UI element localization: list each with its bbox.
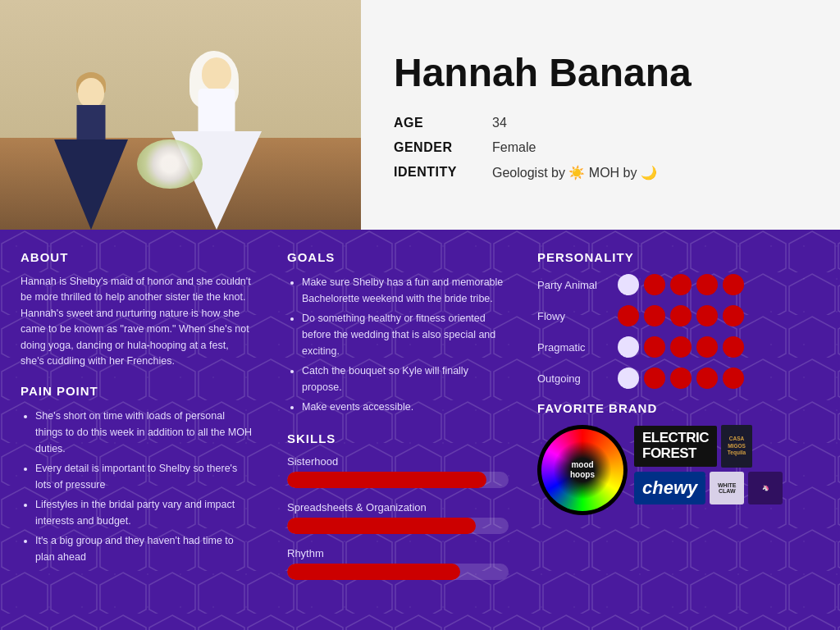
skill-label: Spreadsheets & Organization — [287, 501, 509, 514]
dot-filled — [644, 368, 665, 389]
trait-label: Flowy — [537, 310, 611, 322]
dots-container — [618, 274, 744, 295]
list-item: Catch the bouquet so Kyle will finally p… — [302, 363, 509, 395]
dot-filled — [723, 305, 744, 326]
favorite-brand-title: FAVORITE BRAND — [537, 401, 828, 415]
skill-bar-bg — [287, 564, 509, 580]
gender-row: GENDER Female — [394, 140, 807, 155]
list-item: Lifestyles in the bridal party vary and … — [35, 496, 254, 529]
skill-label: Rhythm — [287, 547, 509, 559]
skills-title: SKILLS — [287, 431, 509, 445]
dot-filled — [670, 368, 692, 389]
age-row: AGE 34 — [394, 116, 807, 130]
personality-outgoing: Outgoing — [537, 368, 828, 389]
info-table: AGE 34 GENDER Female IDENTITY Geologist … — [394, 116, 807, 180]
dots-container — [618, 336, 744, 358]
dots-container — [618, 305, 744, 326]
about-text: Hannah is Shelby's maid of honor and she… — [21, 274, 254, 369]
pain-point-title: PAIN POINT — [21, 384, 254, 398]
skill-label: Sisterhood — [287, 455, 509, 468]
trait-label: Party Animal — [537, 279, 611, 291]
middle-column: GOALS Make sure Shelby has a fun and mem… — [271, 230, 525, 630]
skill-spreadsheets: Spreadsheets & Organization — [287, 501, 509, 534]
brands-layout: moodhoops ELECTRIC FOREST CASAMIGOSTequi… — [537, 425, 828, 515]
dot-filled — [723, 368, 744, 389]
about-title: ABOUT — [21, 250, 254, 264]
dot-empty — [618, 368, 639, 389]
brand-moodhoops: moodhoops — [537, 425, 628, 515]
personality-title: PERSONALITY — [537, 250, 828, 264]
list-item: Every detail is important to Shelby so t… — [35, 460, 254, 493]
bride-figure — [171, 49, 262, 230]
dots-container — [618, 368, 744, 389]
pain-point-list: She's short on time with loads of person… — [21, 408, 254, 565]
brand-chewy: chewy — [634, 472, 705, 504]
skill-bar-fill — [287, 472, 486, 488]
moodhoops-inner: moodhoops — [541, 429, 623, 511]
skill-sisterhood: Sisterhood — [287, 455, 509, 488]
bottom-section: ABOUT Hannah is Shelby's maid of honor a… — [0, 230, 840, 630]
dot-filled — [644, 274, 665, 295]
identity-label: IDENTITY — [394, 165, 476, 180]
dot-filled — [644, 336, 665, 358]
brand-extra: 🦄 — [748, 472, 783, 504]
goals-title: GOALS — [287, 250, 509, 264]
identity-value: Geologist by ☀️ MOH by 🌙 — [492, 165, 657, 180]
list-item: It's a big group and they haven't had ti… — [35, 532, 254, 565]
moodhoops-text: moodhoops — [570, 460, 595, 480]
list-item: She's short on time with loads of person… — [35, 408, 254, 457]
skill-bar-fill — [287, 518, 476, 534]
flowers-decoration — [137, 139, 203, 189]
dot-empty — [618, 336, 639, 358]
dot-filled — [723, 274, 744, 295]
age-label: AGE — [394, 116, 476, 130]
skill-bar-bg — [287, 518, 509, 534]
skill-bar-fill — [287, 564, 460, 580]
dot-filled — [696, 274, 718, 295]
brands-right: ELECTRIC FOREST CASAMIGOSTequila chewy W… — [634, 425, 828, 504]
list-item: Make events accessible. — [302, 399, 509, 415]
bridesmaid-figure — [54, 66, 128, 230]
personality-pragmatic: Pragmatic — [537, 336, 828, 358]
personality-flowy: Flowy — [537, 305, 828, 326]
dot-filled — [696, 305, 718, 326]
personality-party-animal: Party Animal — [537, 274, 828, 295]
left-column: ABOUT Hannah is Shelby's maid of honor a… — [0, 230, 271, 630]
dot-filled — [618, 305, 639, 326]
right-column: PERSONALITY Party Animal Flowy Pragm — [525, 230, 840, 630]
list-item: Do something healthy or fitness oriented… — [302, 310, 509, 359]
dot-filled — [696, 336, 718, 358]
gender-label: GENDER — [394, 140, 476, 155]
brand-whiteclaw: WHITECLAW — [710, 472, 744, 504]
dot-filled — [696, 368, 718, 389]
identity-row: IDENTITY Geologist by ☀️ MOH by 🌙 — [394, 165, 807, 180]
dot-filled — [723, 336, 744, 358]
trait-label: Outgoing — [537, 372, 611, 385]
skill-rhythm: Rhythm — [287, 547, 509, 580]
person-name: Hannah Banana — [394, 50, 807, 95]
list-item: Make sure Shelby has a fun and memorable… — [302, 274, 509, 307]
top-section: Hannah Banana AGE 34 GENDER Female IDENT… — [0, 0, 840, 230]
gender-value: Female — [492, 140, 536, 155]
dot-filled — [670, 274, 692, 295]
dot-filled — [670, 305, 692, 326]
brand-casamigos: CASAMIGOSTequila — [721, 425, 752, 468]
dot-filled — [670, 336, 692, 358]
dot-empty — [618, 274, 639, 295]
photo-area — [0, 0, 361, 230]
info-area: Hannah Banana AGE 34 GENDER Female IDENT… — [361, 0, 840, 230]
brand-electric-forest: ELECTRIC FOREST — [634, 426, 717, 466]
age-value: 34 — [492, 116, 507, 130]
goals-list: Make sure Shelby has a fun and memorable… — [287, 274, 509, 415]
skill-bar-bg — [287, 472, 509, 488]
brands-row2: chewy WHITECLAW 🦄 — [634, 472, 828, 504]
brands-row1: ELECTRIC FOREST CASAMIGOSTequila — [634, 425, 828, 468]
trait-label: Pragmatic — [537, 341, 611, 354]
dot-filled — [644, 305, 665, 326]
